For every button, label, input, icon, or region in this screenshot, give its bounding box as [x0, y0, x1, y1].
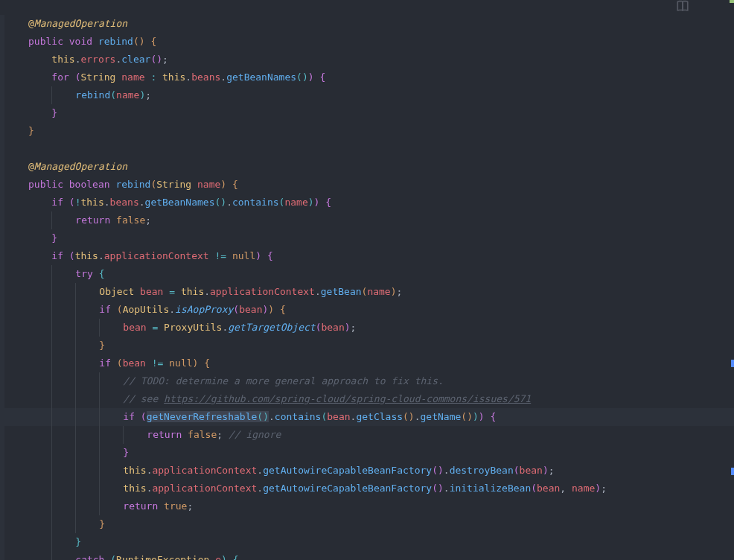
kw-try: try [75, 268, 92, 279]
id-appctx: applicationContext [210, 286, 315, 297]
fn-getautowire: getAutowireCapableBeanFactory [263, 483, 432, 494]
kw-this: this [51, 54, 74, 65]
fn-getautowire: getAutowireCapableBeanFactory [263, 465, 432, 476]
fn-rebind: rebind [98, 36, 133, 47]
kw-null: null [232, 250, 255, 261]
fn-getneverrefreshable: getNeverRefreshable [147, 411, 258, 422]
fn-gettargetobject: getTargetObject [228, 322, 315, 333]
kw-public: public [28, 36, 63, 47]
kw-if: if [51, 250, 63, 261]
comment-see: // see [123, 393, 164, 404]
kw-void: void [69, 36, 92, 47]
id-bean: bean [140, 286, 163, 297]
id-name: name [116, 89, 139, 101]
kw-catch: catch [75, 554, 104, 560]
id-name: name [197, 179, 220, 190]
fn-getclass: getClass [356, 411, 403, 422]
id-appctx: applicationContext [152, 465, 257, 476]
kw-false: false [188, 429, 217, 440]
kw-true: true [164, 500, 187, 512]
id-name: name [367, 286, 390, 297]
kw-boolean: boolean [69, 179, 110, 190]
id-errors: errors [80, 54, 115, 65]
id-beans: beans [191, 71, 220, 83]
id-appctx: applicationContext [152, 483, 257, 494]
kw-this: this [123, 465, 146, 476]
kw-public: public [28, 179, 63, 190]
code-editor[interactable]: @ManagedOperation public void rebind() {… [0, 0, 734, 560]
id-beans: beans [110, 197, 139, 208]
fn-clear: clear [121, 54, 150, 65]
id-bean: bean [123, 357, 146, 369]
kw-return: return [123, 500, 158, 512]
fn-getname: getName [421, 411, 462, 422]
kw-this: this [80, 197, 103, 208]
fn-initializebean: initializeBean [450, 483, 532, 494]
fn-destroybean: destroyBean [450, 465, 514, 476]
kw-this: this [123, 483, 146, 494]
comment-ignore: // ignore [229, 429, 281, 440]
type-string: String [156, 179, 191, 190]
id-bean: bean [321, 322, 344, 333]
fn-rebind: rebind [75, 89, 110, 101]
fn-isaopproxy: isAopProxy [175, 304, 233, 315]
fn-rebind: rebind [115, 179, 150, 190]
cls-aoputils: AopUtils [123, 304, 170, 315]
id-name: name [284, 197, 307, 208]
kw-return: return [147, 429, 182, 440]
kw-false: false [116, 214, 145, 226]
cls-proxyutils: ProxyUtils [164, 322, 222, 333]
kw-return: return [75, 214, 110, 226]
id-bean: bean [520, 465, 543, 476]
kw-null: null [169, 357, 192, 369]
fn-getbean: getBean [321, 286, 362, 297]
comment-link[interactable]: https://github.com/spring-cloud/spring-c… [164, 393, 531, 404]
id-name: name [121, 71, 144, 83]
fn-getbeannames: getBeanNames [226, 71, 296, 83]
fn-contains: contains [275, 411, 322, 422]
id-bean: bean [537, 483, 560, 494]
type-object: Object [99, 286, 134, 297]
kw-this: this [162, 71, 185, 83]
kw-if: if [123, 411, 135, 422]
comment-todo: // TODO: determine a more general approa… [123, 375, 443, 386]
type-string: String [80, 71, 115, 83]
fn-getbeannames: getBeanNames [145, 197, 215, 208]
type-runtime: RuntimeException [116, 554, 209, 560]
id-bean: bean [327, 411, 350, 422]
kw-if: if [99, 357, 111, 369]
annotation: ManagedOperation [34, 161, 127, 172]
id-name: name [572, 483, 595, 494]
id-appctx: applicationContext [104, 250, 209, 261]
fn-contains: contains [232, 197, 279, 208]
id-bean: bean [123, 322, 146, 333]
annotation: ManagedOperation [34, 18, 127, 29]
kw-if: if [51, 197, 63, 208]
id-bean: bean [239, 304, 262, 315]
id-e: e [215, 554, 221, 560]
kw-if: if [99, 304, 111, 315]
kw-this: this [75, 250, 98, 261]
kw-this: this [181, 286, 204, 297]
kw-for: for [51, 71, 68, 83]
